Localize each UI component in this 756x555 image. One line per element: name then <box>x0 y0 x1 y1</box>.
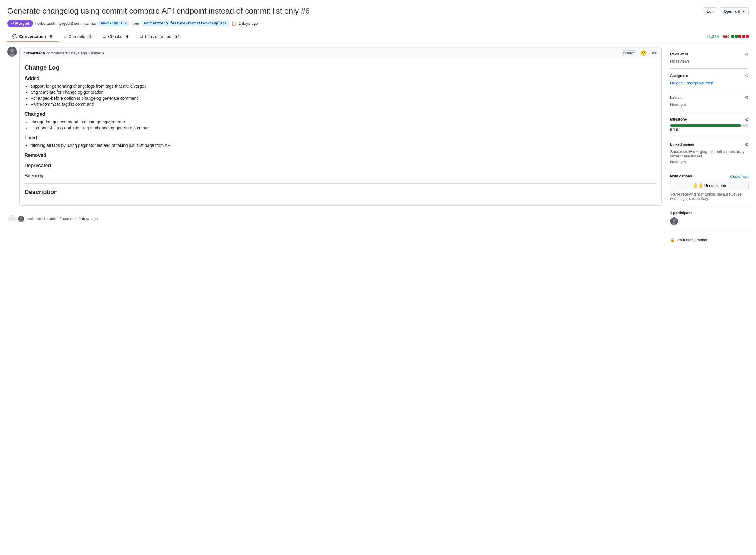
comment-body: Change Log Added support for generating … <box>19 59 661 205</box>
comment-header: norberttech commented 2 days ago • edite… <box>19 47 661 59</box>
comment-author[interactable]: norberttech <box>23 51 45 55</box>
sidebar: Reviewers ⚙ No reviews Assignees ⚙ No on… <box>670 47 749 249</box>
list-item: twig template for changelog generation <box>31 90 657 95</box>
divider <box>25 183 657 184</box>
diff-bar-1 <box>731 35 734 38</box>
sidebar-notifications: Notifications Customize 🔔 🔔 Unsubscribe … <box>670 169 749 206</box>
clipboard-icon[interactable]: 📋 <box>231 21 236 26</box>
diff-bars <box>731 35 749 38</box>
head-branch-tag[interactable]: norberttech:feature/formatter-template <box>141 20 229 26</box>
timeline-item: norberttech added 2 commits 2 days ago <box>7 215 663 222</box>
section-deprecated-heading: Deprecated <box>25 163 657 168</box>
tab-files-changed[interactable]: ☐ Files changed 37 <box>135 32 186 42</box>
sidebar-linked-issues: Linked issues ⚙ Successfully merging thi… <box>670 137 749 169</box>
section-added-list: support for generating changelogs from t… <box>31 84 657 107</box>
milestone-bar-fill <box>670 124 741 127</box>
edited-dropdown[interactable]: edited ▾ <box>91 51 104 55</box>
conversation-icon: 💬 <box>12 34 17 39</box>
svg-point-5 <box>20 217 23 219</box>
sidebar-assignees: Assignees ⚙ No one—assign yourself <box>670 69 749 90</box>
labels-value: None yet <box>670 102 749 107</box>
edit-button[interactable]: Edit <box>703 7 717 15</box>
reviewers-value: No reviews <box>670 59 749 63</box>
assignees-value[interactable]: No one—assign yourself <box>670 81 749 85</box>
header-buttons: Edit Open with ▾ <box>703 6 749 15</box>
change-log-heading: Change Log <box>25 64 657 71</box>
svg-point-6 <box>19 220 23 222</box>
svg-rect-2 <box>10 217 14 218</box>
tab-checks[interactable]: ☐ Checks 4 <box>98 32 135 42</box>
milestone-progress-bar <box>670 124 749 127</box>
merged-row: ⇌ Merged norberttech merged 3 commits in… <box>7 20 749 27</box>
pr-number: #6 <box>301 6 310 15</box>
section-added-heading: Added <box>25 76 657 81</box>
checks-icon: ☐ <box>103 35 106 39</box>
more-options-button[interactable]: ••• <box>650 50 658 56</box>
assignees-gear-button[interactable]: ⚙ <box>745 74 749 78</box>
main-content: norberttech commented 2 days ago • edite… <box>7 47 663 249</box>
linked-issues-gear-button[interactable]: ⚙ <box>745 142 749 147</box>
sidebar-lock: 🔒 Lock conversation <box>670 230 749 249</box>
tab-conversation[interactable]: 💬 Conversation 0 <box>7 32 59 42</box>
pr-title: Generate changelog using commit compare … <box>7 6 697 16</box>
files-icon: ☐ <box>140 35 143 39</box>
lock-icon: 🔒 <box>670 238 675 242</box>
reviewers-gear-button[interactable]: ⚙ <box>745 52 749 56</box>
section-fixed-heading: Fixed <box>25 135 657 140</box>
base-branch-tag[interactable]: aeon-php:1.x <box>98 20 129 26</box>
lock-conversation-button[interactable]: 🔒 Lock conversation <box>670 235 749 245</box>
open-with-button[interactable]: Open with ▾ <box>720 7 749 15</box>
section-fixed-list: fetching all tags by using paginator ins… <box>31 143 657 148</box>
author-avatar <box>7 47 17 56</box>
comment-card: norberttech commented 2 days ago • edite… <box>19 47 662 206</box>
commits-icon: ◇ <box>64 35 67 39</box>
section-removed-heading: Removed <box>25 153 657 158</box>
linked-issues-value: None yet <box>670 160 749 164</box>
timeline-text: norberttech added 2 commits 2 days ago <box>27 216 98 221</box>
diff-bar-3 <box>739 35 742 38</box>
labels-gear-button[interactable]: ⚙ <box>745 95 749 100</box>
unsubscribe-button[interactable]: 🔔 🔔 Unsubscribe <box>670 181 749 190</box>
section-changed-list: change-log:get command into changelog:ge… <box>31 119 657 130</box>
bell-icon: 🔔 <box>693 183 698 188</box>
timeline-avatar <box>18 216 24 222</box>
emoji-reaction-button[interactable]: 🙂 <box>639 50 648 56</box>
list-item: --tag-start & --tag-end into --tag in ch… <box>31 125 657 130</box>
comment-actions: Member 🙂 ••• <box>621 50 658 56</box>
participants-row <box>670 217 749 225</box>
sidebar-participants: 1 participant <box>670 206 749 230</box>
diff-stat: +1,224 −880 <box>707 35 749 39</box>
list-item: support for generating changelogs from t… <box>31 84 657 89</box>
milestone-label[interactable]: 0.1.0 <box>670 128 749 132</box>
participant-avatar <box>670 217 678 225</box>
sidebar-reviewers: Reviewers ⚙ No reviews <box>670 47 749 69</box>
svg-point-1 <box>9 53 15 56</box>
list-item: change-log:get command into changelog:ge… <box>31 119 657 124</box>
diff-bar-5 <box>746 35 749 38</box>
notification-note: You're receiving notifications because y… <box>670 192 749 201</box>
sidebar-labels: Labels ⚙ None yet <box>670 90 749 112</box>
description-heading: Description <box>25 188 657 196</box>
deletions-count: −880 <box>721 35 729 39</box>
comment-with-avatar: norberttech commented 2 days ago • edite… <box>7 47 662 210</box>
section-security-heading: Security <box>25 173 657 179</box>
list-item: fetching all tags by using paginator ins… <box>31 143 657 148</box>
comment-meta: norberttech commented 2 days ago • edite… <box>23 51 104 55</box>
additions-count: +1,224 <box>707 35 719 39</box>
commit-icon <box>8 215 16 222</box>
svg-point-8 <box>672 223 676 225</box>
diff-bar-4 <box>742 35 745 38</box>
customize-link[interactable]: Customize <box>730 174 749 179</box>
svg-rect-3 <box>10 219 14 219</box>
merged-badge: ⇌ Merged <box>7 20 33 27</box>
sidebar-milestone: Milestone ⚙ 0.1.0 <box>670 112 749 137</box>
milestone-gear-button[interactable]: ⚙ <box>745 117 749 122</box>
participants-label: 1 participant <box>670 211 749 215</box>
tab-commits[interactable]: ◇ Commits 3 <box>59 32 98 42</box>
diff-bar-2 <box>735 35 738 38</box>
svg-rect-4 <box>10 219 14 220</box>
tabs-row: 💬 Conversation 0 ◇ Commits 3 ☐ Checks 4 … <box>7 32 749 42</box>
svg-point-0 <box>10 49 14 52</box>
list-item: --with-commit to tag:list command <box>31 102 657 107</box>
list-item: --changed-before option to changelog:gen… <box>31 96 657 101</box>
